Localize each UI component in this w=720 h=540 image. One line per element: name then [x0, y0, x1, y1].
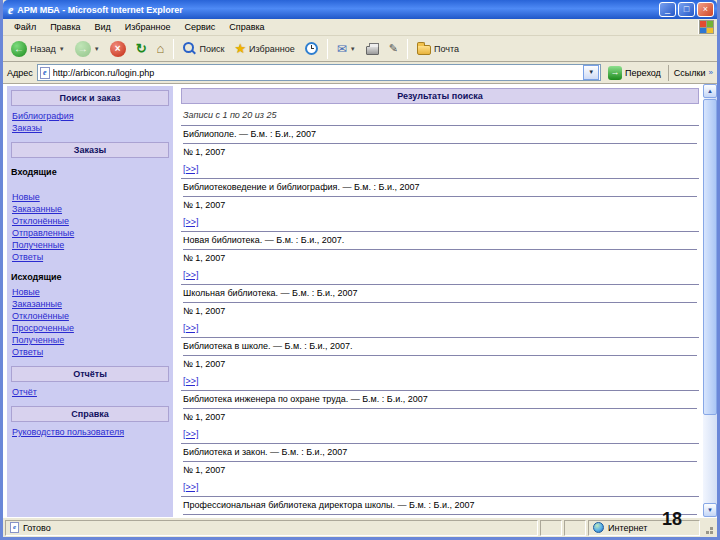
- scrollbar-track[interactable]: [703, 98, 717, 503]
- incoming-section-title: Входящие: [11, 167, 170, 177]
- record-more-link[interactable]: [>>]: [183, 482, 199, 493]
- mail-folder-label: Почта: [434, 44, 459, 54]
- sidebar-header-orders: Заказы: [11, 142, 169, 158]
- mail-dropdown-icon: ▼: [350, 46, 356, 52]
- resize-grip[interactable]: [702, 520, 715, 536]
- sidebar-link[interactable]: Полученные: [10, 334, 170, 346]
- search-icon: [183, 42, 196, 55]
- search-label: Поиск: [199, 44, 224, 54]
- vertical-scrollbar[interactable]: ▲ ▼: [703, 84, 717, 517]
- record-issue: № 1, 2007: [183, 465, 697, 476]
- address-dropdown-button[interactable]: ▼: [583, 65, 599, 80]
- record-title: Школьная библиотека. — Б.м. : Б.и., 2007: [183, 288, 697, 303]
- toolbar: ← Назад ▼ → ▼ × ↻ ⌂ Поиск ★ Избранное: [3, 36, 717, 62]
- sidebar-link[interactable]: Новые: [10, 286, 170, 298]
- sidebar-link[interactable]: Отклонённые: [10, 215, 170, 227]
- record-title: Библиополе. — Б.м. : Б.и., 2007: [183, 129, 697, 144]
- results-header: Результаты поиска: [181, 88, 699, 104]
- scrollbar-down-button[interactable]: ▼: [703, 503, 717, 517]
- ie-logo-icon: e: [8, 4, 13, 16]
- sidebar-link[interactable]: Заказанные: [10, 298, 170, 310]
- window-controls: _ □ ×: [659, 2, 714, 17]
- close-button[interactable]: ×: [697, 2, 714, 17]
- sidebar-reports-links: Отчёт: [10, 386, 170, 398]
- edit-button[interactable]: ✎: [385, 41, 402, 56]
- home-button[interactable]: ⌂: [153, 40, 169, 57]
- address-input[interactable]: [53, 66, 580, 80]
- security-zone-cell: Интернет: [588, 520, 700, 536]
- links-bar[interactable]: Ссылки »: [668, 65, 713, 81]
- record-issue: № 1, 2007: [183, 306, 697, 317]
- menu-item[interactable]: Файл: [7, 20, 43, 34]
- windows-logo: [698, 20, 714, 34]
- result-record: Школьная библиотека. — Б.м. : Б.и., 2007…: [181, 285, 699, 338]
- sidebar-link[interactable]: Просроченные: [10, 322, 170, 334]
- record-more-link[interactable]: [>>]: [183, 323, 199, 334]
- menu-item[interactable]: Справка: [222, 20, 271, 34]
- record-title: Библиотековедение и библиография. — Б.м.…: [183, 182, 697, 197]
- sidebar-link[interactable]: Полученные: [10, 239, 170, 251]
- result-record: Библиотековедение и библиография. — Б.м.…: [181, 179, 699, 232]
- sidebar: Поиск и заказ БиблиографияЗаказы Заказы …: [7, 86, 173, 517]
- mail-folder-button[interactable]: Почта: [413, 41, 463, 57]
- sidebar-link[interactable]: Заказанные: [10, 203, 170, 215]
- history-button[interactable]: [301, 40, 322, 57]
- status-bar: e Готово Интернет: [3, 517, 717, 537]
- menu-item[interactable]: Избранное: [118, 20, 178, 34]
- sidebar-link[interactable]: Ответы: [10, 346, 170, 358]
- result-record: Библиополе. — Б.м. : Б.и., 2007 № 1, 200…: [181, 126, 699, 179]
- sidebar-link[interactable]: Новые: [10, 191, 170, 203]
- status-spacer-cell: [564, 520, 586, 536]
- sidebar-outgoing-links: НовыеЗаказанныеОтклонённыеПросроченныеПо…: [10, 286, 170, 358]
- toolbar-separator: [173, 39, 174, 59]
- record-more-link[interactable]: [>>]: [183, 217, 199, 228]
- star-icon: ★: [234, 42, 246, 55]
- results-panel: Результаты поиска Записи с 1 по 20 из 25…: [181, 86, 699, 517]
- refresh-button[interactable]: ↻: [132, 40, 151, 57]
- title-bar[interactable]: e АРМ МБА - Microsoft Internet Explorer …: [3, 0, 717, 19]
- menu-item[interactable]: Вид: [88, 20, 118, 34]
- sidebar-header-help: Справка: [11, 406, 169, 422]
- back-icon: ←: [11, 41, 27, 57]
- result-record: Новая библиотека. — Б.м. : Б.и., 2007. №…: [181, 232, 699, 285]
- result-record: Библиотека в школе. — Б.м. : Б.и., 2007.…: [181, 338, 699, 391]
- sidebar-link[interactable]: Библиография: [10, 110, 170, 122]
- stop-button[interactable]: ×: [106, 39, 130, 59]
- results-summary: Записи с 1 по 20 из 25: [181, 106, 699, 126]
- forward-button[interactable]: → ▼: [71, 39, 104, 59]
- search-button[interactable]: Поиск: [179, 40, 228, 57]
- record-title: Библиотека и закон. — Б.м. : Б.и., 2007: [183, 447, 697, 462]
- back-button[interactable]: ← Назад ▼: [7, 39, 69, 59]
- record-more-link[interactable]: [>>]: [183, 429, 199, 440]
- page-icon: e: [40, 67, 50, 79]
- record-more-link[interactable]: [>>]: [183, 270, 199, 281]
- maximize-button[interactable]: □: [678, 2, 695, 17]
- record-more-link[interactable]: [>>]: [183, 376, 199, 387]
- refresh-icon: ↻: [136, 42, 147, 55]
- status-spacer-cell: [540, 520, 562, 536]
- sidebar-search-links: БиблиографияЗаказы: [10, 110, 170, 134]
- minimize-button[interactable]: _: [659, 2, 676, 17]
- record-issue: № 1, 2007: [183, 200, 697, 211]
- sidebar-header-search-order: Поиск и заказ: [11, 90, 169, 106]
- go-button[interactable]: → Переход: [605, 65, 664, 81]
- scrollbar-thumb[interactable]: [703, 99, 717, 415]
- sidebar-link[interactable]: Отчёт: [10, 386, 170, 398]
- sidebar-link[interactable]: Руководство пользователя: [10, 426, 170, 438]
- menu-item[interactable]: Сервис: [177, 20, 222, 34]
- menu-item[interactable]: Правка: [43, 20, 87, 34]
- scrollbar-up-button[interactable]: ▲: [703, 84, 717, 98]
- sidebar-link[interactable]: Ответы: [10, 251, 170, 263]
- mail-button[interactable]: ✉ ▼: [333, 41, 360, 57]
- sidebar-link[interactable]: Отклонённые: [10, 310, 170, 322]
- sidebar-link[interactable]: Отправленные: [10, 227, 170, 239]
- sidebar-link[interactable]: Заказы: [10, 122, 170, 134]
- sidebar-incoming-links: НовыеЗаказанныеОтклонённыеОтправленныеПо…: [10, 191, 170, 263]
- record-issue: № 1, 2007: [183, 359, 697, 370]
- print-button[interactable]: [362, 41, 383, 57]
- favorites-button[interactable]: ★ Избранное: [230, 40, 298, 57]
- record-more-link[interactable]: [>>]: [183, 164, 199, 175]
- back-label: Назад: [30, 44, 56, 54]
- zone-text: Интернет: [608, 523, 647, 533]
- document-icon: e: [10, 522, 19, 533]
